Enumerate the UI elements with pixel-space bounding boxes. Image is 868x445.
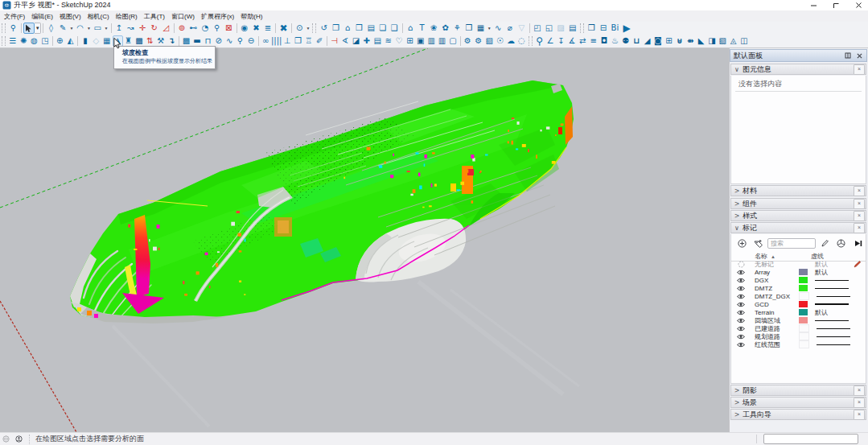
tag-row-DGX[interactable]: DGX xyxy=(730,276,866,284)
layer-lines-tool-icon[interactable]: ☰ xyxy=(7,35,18,47)
tag-row-DMTZ_DGX[interactable]: DMTZ_DGX xyxy=(730,292,866,300)
flower-component-icon[interactable]: ❀ xyxy=(428,23,440,34)
grid-tool-icon[interactable]: ▦ xyxy=(475,23,487,34)
tag-color-swatch[interactable] xyxy=(799,340,809,348)
section-instructor[interactable]: >工具向导× xyxy=(730,409,866,420)
leaf-component-icon[interactable]: ✿ xyxy=(439,23,451,34)
menu-item-4[interactable]: 绘图(R) xyxy=(113,11,141,22)
dark-grid-tool-icon[interactable]: ▩ xyxy=(134,35,144,47)
export-scene-tool-icon[interactable]: ◫ xyxy=(738,35,749,47)
box-cursor-tool-icon[interactable]: ◨ xyxy=(706,35,717,47)
tape-measure-tool-icon[interactable]: ⊷ xyxy=(187,23,200,34)
crop-box-tool-icon[interactable]: ◰ xyxy=(532,23,544,34)
menu-item-5[interactable]: 工具(T) xyxy=(141,11,168,22)
pixel-grid-tool-icon[interactable]: ▩ xyxy=(181,35,191,47)
menu-item-0[interactable]: 文件(F) xyxy=(1,11,28,22)
tag-row-Terrain[interactable]: Terrain默认 xyxy=(730,308,866,316)
tag-color-swatch[interactable] xyxy=(799,261,808,267)
wave-tool-icon[interactable]: ∿ xyxy=(224,35,234,47)
tag-color-swatch[interactable] xyxy=(799,269,808,275)
menu-item-3[interactable]: 相机(C) xyxy=(84,11,113,22)
circle-question-tool-icon[interactable]: ☉ xyxy=(495,35,505,47)
tag-name[interactable]: 红线范围 xyxy=(755,340,799,349)
clipboard-tool-1-icon[interactable]: ▥ xyxy=(426,35,436,47)
offset-tool-icon[interactable]: ⊚ xyxy=(176,23,188,34)
close-button[interactable] xyxy=(849,0,867,10)
pot-tool-icon[interactable]: ⊎ xyxy=(674,35,685,47)
tag-row-GCD[interactable]: GCD xyxy=(730,300,866,308)
tag-dash-style[interactable]: 默认 xyxy=(815,308,852,317)
pipe-hook-tool-icon[interactable]: ↴ xyxy=(166,35,176,47)
diamond-tool-icon[interactable]: ◇ xyxy=(91,35,101,47)
section-tags[interactable]: ∨ 标记 × xyxy=(730,222,866,233)
toolbar-grip[interactable] xyxy=(529,36,533,46)
cut-box-tool-icon[interactable]: ◱ xyxy=(543,23,555,34)
generate-report-icon[interactable]: ↺ xyxy=(318,23,330,34)
slope-fill-tool-icon[interactable]: ◣ xyxy=(696,35,706,47)
pencil-tool-icon[interactable]: ✐ xyxy=(315,35,325,47)
double-arrows-tool-icon[interactable]: ⇄ xyxy=(578,35,588,47)
toolbar-grip[interactable] xyxy=(580,23,584,33)
section-close-styles[interactable]: × xyxy=(854,211,865,221)
eraser-tool-icon[interactable]: ◊ xyxy=(45,23,57,34)
terrain-swap-tool-icon[interactable]: ◬ xyxy=(728,35,738,47)
tag-dash-style[interactable] xyxy=(815,303,852,305)
tag-row-规划道路[interactable]: 规划道路 xyxy=(730,332,866,340)
merge-sheets-tool-icon[interactable]: ⊟ xyxy=(598,23,610,34)
tag-dash-style[interactable]: 默认 xyxy=(815,268,852,277)
terrain-mountain-tool-icon[interactable]: ◭ xyxy=(65,35,76,47)
look-around-tool-icon[interactable]: ✖ xyxy=(250,23,262,34)
section-close-entity-info[interactable]: × xyxy=(854,64,865,75)
menu-item-6[interactable]: 窗口(W) xyxy=(168,11,198,22)
pipe-arrow-tool-icon[interactable]: ⇻ xyxy=(685,35,695,47)
paste-page-icon[interactable]: ❑ xyxy=(389,23,401,34)
tag-color-swatch[interactable] xyxy=(799,292,809,300)
outline-page-tool-icon[interactable]: ▢ xyxy=(447,35,458,47)
new-document-icon[interactable]: ❐ xyxy=(330,23,342,34)
tag-filter-input[interactable]: 搜索 xyxy=(767,238,816,249)
clipboard-tool-2-icon[interactable]: ▥ xyxy=(437,35,447,47)
protractor-tool-icon[interactable]: ◔ xyxy=(200,23,212,34)
toolbar-grip[interactable] xyxy=(312,23,316,33)
rectangle-tool-icon[interactable]: ▭ xyxy=(92,23,104,34)
tag-color-swatch[interactable] xyxy=(799,309,808,315)
slider-lines-tool-icon[interactable]: ≋ xyxy=(383,35,393,47)
cloud-upload-tool-icon[interactable]: ☁ xyxy=(505,35,516,47)
run-animation-icon[interactable]: ▶ xyxy=(621,23,633,34)
red-blue-pipes-tool-icon[interactable]: ⊣ xyxy=(329,35,339,47)
big-magnifier-tool-icon[interactable]: ⚲ xyxy=(534,35,545,47)
menu-item-8[interactable]: 帮助(H) xyxy=(237,11,265,22)
page-list-tool-icon[interactable]: ▤ xyxy=(566,23,578,34)
tag-name[interactable]: DGX xyxy=(755,277,799,284)
ghost-tool-icon[interactable]: ▽ xyxy=(516,23,528,34)
visibility-eye-icon[interactable] xyxy=(737,268,745,276)
tag-details-button[interactable] xyxy=(852,237,865,249)
minimize-button[interactable] xyxy=(804,0,822,10)
window-copy-tool-icon[interactable]: ❐ xyxy=(293,35,303,47)
ibeam-arrows-tool-icon[interactable]: ↧ xyxy=(556,35,566,47)
tag-name[interactable]: DMTZ xyxy=(755,285,799,292)
visibility-eye-icon[interactable] xyxy=(737,308,745,316)
circle-slash-tool-icon[interactable]: ⊘ xyxy=(213,35,224,47)
pavilion-tool-icon[interactable]: ♜ xyxy=(123,35,134,47)
globe-tool-icon[interactable]: ◍ xyxy=(29,35,39,47)
tag-color-swatch[interactable] xyxy=(799,332,809,340)
visibility-eye-icon[interactable] xyxy=(737,316,745,324)
model-info-icon[interactable]: ▤ xyxy=(365,23,377,34)
tag-color-swatch[interactable] xyxy=(799,277,808,283)
tag-dash-style[interactable] xyxy=(817,328,854,329)
solid-block-tool-icon[interactable]: ▮ xyxy=(80,35,90,47)
terrain-model[interactable] xyxy=(70,80,574,323)
gear-run-tool-icon[interactable]: ⚙ xyxy=(473,35,483,47)
suitcase-tool-icon[interactable]: ▣ xyxy=(415,35,426,47)
grid-analysis-tool-icon[interactable]: ▦ xyxy=(101,35,112,47)
add-tag-folder-button[interactable] xyxy=(752,237,765,249)
wrench-tool-icon[interactable]: ⚒ xyxy=(155,35,166,47)
section-close-instructor[interactable]: × xyxy=(854,410,865,420)
arc-tool-dropdown-icon[interactable]: ▼ xyxy=(86,23,92,34)
ant-tool-icon[interactable]: ⚉ xyxy=(620,35,631,47)
section-close-components[interactable]: × xyxy=(854,199,865,209)
tag-name[interactable]: Array xyxy=(755,269,799,276)
clamp-tool-icon[interactable]: ⊓ xyxy=(203,35,213,47)
section-styles[interactable]: >样式× xyxy=(730,210,866,221)
